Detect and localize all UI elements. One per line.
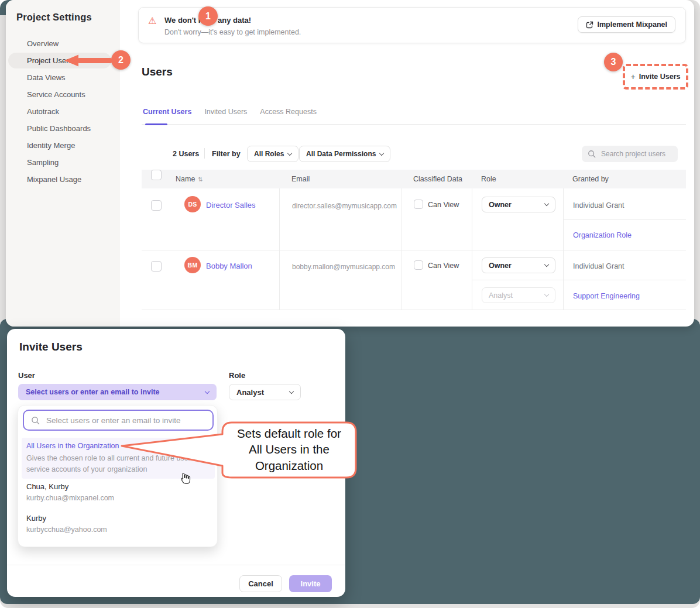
chevron-down-icon [205, 389, 210, 393]
external-link-icon [586, 21, 593, 29]
invite-users-button[interactable]: + Invite Users [626, 70, 685, 84]
users-heading: Users [142, 66, 173, 78]
role-dropdown[interactable]: Owner [482, 257, 555, 273]
role-select-dropdown[interactable]: Analyst [229, 384, 301, 400]
step-2-badge: 2 [111, 50, 131, 70]
users-tabs: Current Users Invited Users Access Reque… [142, 105, 686, 125]
name-header-label: Name [176, 175, 195, 183]
organization-role-link[interactable]: Organization Role [573, 231, 632, 239]
header-name: Name⇅ [142, 175, 279, 183]
sidebar-item-autotrack[interactable]: Autotrack [27, 103, 111, 120]
search-project-users[interactable] [582, 146, 678, 162]
support-engineering-link[interactable]: Support Engineering [573, 292, 640, 300]
implement-mixpanel-label: Implement Mixpanel [598, 20, 667, 29]
permissions-filter-dropdown[interactable]: All Data Permissions [299, 146, 390, 162]
tab-current-users[interactable]: Current Users [142, 105, 193, 124]
plus-icon: + [630, 72, 635, 81]
settings-sidebar: Project Settings Overview Project Users … [6, 0, 120, 327]
table-row: DS Director Salles director.salles@mymus… [142, 188, 686, 250]
option-user[interactable]: Chua, Kurby kurby.chua@mixpanel.com [26, 482, 114, 502]
table-row: BM Bobby Mallon bobby.mallon@mymusicapp.… [142, 250, 686, 310]
sidebar-item-service-accounts[interactable]: Service Accounts [27, 86, 111, 103]
granted-by-value: Individual Grant [573, 262, 624, 270]
modal-footer-divider [7, 565, 345, 565]
chevron-down-icon [544, 201, 549, 206]
role-field-label: Role [229, 371, 245, 380]
invite-users-label: Invite Users [639, 73, 681, 81]
header-email: Email [279, 175, 402, 183]
sidebar-title: Project Settings [16, 12, 92, 23]
warning-icon: ⚠ [148, 15, 156, 26]
avatar: BM [184, 257, 201, 273]
cancel-button[interactable]: Cancel [239, 575, 282, 592]
can-view-label: Can View [428, 201, 459, 209]
step-3-badge: 3 [604, 53, 623, 71]
tab-access-requests[interactable]: Access Requests [259, 105, 318, 124]
permissions-filter-label: All Data Permissions [306, 150, 376, 158]
search-input[interactable] [600, 149, 670, 159]
step-1-badge: 1 [198, 6, 218, 26]
header-granted-by: Granted by [563, 175, 686, 183]
cell-divider [564, 219, 686, 220]
sort-icon[interactable]: ⇅ [198, 176, 203, 183]
tab-invited-users[interactable]: Invited Users [203, 105, 248, 124]
hand-cursor-icon [177, 472, 191, 486]
cell-divider [472, 280, 563, 280]
user-select-dropdown[interactable]: Select users or enter an email to invite [18, 384, 217, 400]
can-view-checkbox[interactable] [414, 200, 423, 209]
search-icon [588, 150, 596, 158]
sidebar-item-mixpanel-usage[interactable]: Mixpanel Usage [27, 171, 111, 188]
users-table: Name⇅ Email Classified Data Role Granted… [142, 170, 686, 310]
row-checkbox[interactable] [151, 261, 162, 272]
sidebar-item-sampling[interactable]: Sampling [27, 154, 111, 171]
sidebar-item-overview[interactable]: Overview [27, 35, 111, 52]
chevron-down-icon [287, 150, 292, 155]
can-view-checkbox[interactable] [414, 260, 423, 270]
project-settings-page: Project Settings Overview Project Users … [6, 0, 694, 327]
invite-button[interactable]: Invite [289, 575, 332, 592]
chevron-down-icon [544, 262, 549, 267]
roles-filter-label: All Roles [254, 150, 284, 158]
user-name-link[interactable]: Bobby Mallon [206, 262, 252, 270]
users-count: 2 Users [173, 150, 199, 158]
cell-divider [564, 280, 686, 280]
row-checkbox[interactable] [151, 200, 162, 211]
role-dropdown-disabled: Analyst [482, 287, 555, 303]
implement-mixpanel-button[interactable]: Implement Mixpanel [578, 16, 675, 33]
role-dropdown[interactable]: Owner [482, 197, 555, 212]
sidebar-item-identity-merge[interactable]: Identity Merge [27, 137, 111, 154]
chevron-down-icon [544, 292, 549, 297]
granted-by-value: Individual Grant [573, 201, 624, 209]
table-header-row: Name⇅ Email Classified Data Role Granted… [142, 170, 686, 188]
roles-filter-dropdown[interactable]: All Roles [247, 146, 298, 162]
modal-title: Invite Users [19, 341, 83, 353]
option-user[interactable]: Kurby kurbycchua@yahoo.com [26, 514, 107, 534]
filter-by-label: Filter by [212, 150, 241, 158]
search-icon [31, 416, 40, 425]
chevron-down-icon [379, 150, 384, 155]
screenshot-canvas: Project Settings Overview Project Users … [0, 0, 700, 608]
user-field-label: User [18, 371, 35, 380]
arrow-left-icon [64, 54, 112, 67]
banner-subtitle: Don't worry—it's easy to get implemented… [164, 28, 301, 36]
user-name-link[interactable]: Director Salles [206, 201, 256, 209]
header-classified-data: Classified Data [402, 175, 472, 183]
user-email: director.salles@mymusicapp.com [292, 202, 397, 210]
can-view-label: Can View [428, 262, 459, 270]
sidebar-item-data-views[interactable]: Data Views [27, 69, 111, 86]
select-all-checkbox[interactable] [151, 170, 162, 180]
avatar: DS [184, 196, 201, 212]
chevron-down-icon [289, 389, 294, 393]
callout-text: Sets default role for All Users in the O… [232, 424, 346, 475]
no-data-banner: ⚠ We don't have any data! Don't worry—it… [138, 7, 686, 43]
sidebar-item-public-dashboards[interactable]: Public Dashboards [27, 120, 111, 137]
toolbar-divider [204, 148, 205, 159]
header-role: Role [472, 175, 563, 183]
user-email: bobby.mallon@mymusicapp.com [292, 263, 395, 271]
